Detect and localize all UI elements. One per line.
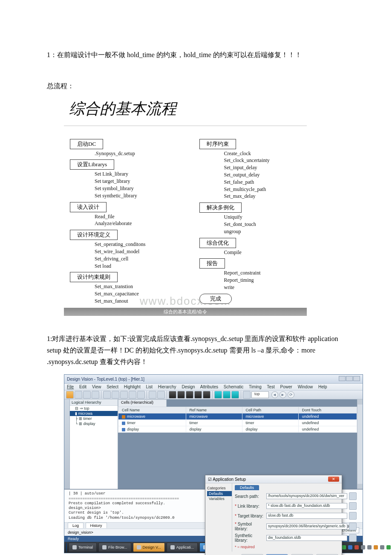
tree-row[interactable]: └ ⊞ display	[70, 421, 118, 426]
tab-history[interactable]: History	[86, 523, 107, 528]
col-refname[interactable]: Ref Name	[186, 407, 242, 413]
tool-icon[interactable]	[129, 391, 136, 399]
tray-icon[interactable]	[374, 545, 378, 549]
tool-icon[interactable]	[66, 391, 74, 399]
table-row[interactable]: display display display undefined	[118, 426, 357, 433]
tray-icon[interactable]	[380, 545, 384, 549]
task-designvision[interactable]: Design V...	[133, 543, 165, 552]
tool-icon[interactable]	[223, 391, 231, 399]
browse-icon[interactable]	[349, 502, 357, 510]
category-defaults[interactable]: Defaults	[207, 491, 232, 496]
nav-up-icon[interactable]: ⟳	[288, 391, 294, 398]
menu-hierarchy[interactable]: Hierarchy	[158, 384, 176, 389]
left-rail[interactable]	[64, 399, 70, 489]
browse-icon[interactable]	[349, 534, 357, 542]
tray-icon[interactable]	[367, 545, 372, 549]
close-icon[interactable]: ✕	[328, 477, 339, 482]
field-link-library[interactable]: * slow.db fast.db dw_foundation.sldb	[266, 503, 347, 509]
item: Analyze/elaborate	[95, 220, 181, 227]
scope-field[interactable]: top	[251, 391, 269, 398]
menu-highlight[interactable]: Highlight	[124, 384, 141, 389]
tree-row[interactable]: ├ ⊞ timer	[70, 416, 118, 421]
label-symbol-library: * Symbol library:	[235, 522, 265, 531]
menu-edit[interactable]: Edit	[79, 384, 86, 389]
tool-icon[interactable]	[92, 391, 99, 399]
col-cellname[interactable]: Cell Name	[118, 407, 186, 413]
toolbar[interactable]: top ◄ ► ⟳	[64, 390, 363, 399]
menu-design[interactable]: Design	[182, 384, 195, 389]
status-text: Ready	[68, 537, 79, 541]
flow-title: 综合的基本流程	[64, 95, 307, 126]
menu-select[interactable]: Select	[107, 384, 118, 389]
scrollbar-v[interactable]	[357, 399, 363, 489]
menu-help[interactable]: Help	[318, 384, 327, 389]
menu-test[interactable]: Test	[267, 384, 274, 389]
tool-icon[interactable]	[157, 391, 165, 399]
application-setup-dialog[interactable]: ☑ Application Setup ✕ Categories Default…	[205, 475, 342, 555]
item: Set_output_delay	[224, 171, 301, 179]
field-search-path[interactable]: /home/tools/synopsys/dc2009.06/dw/sim_ve…	[266, 493, 347, 499]
window-controls[interactable]	[338, 376, 360, 382]
browse-icon[interactable]	[349, 523, 357, 530]
cells-table[interactable]: Cell Name Ref Name Cell Path Dont Touch …	[118, 407, 357, 433]
task-filebrowser[interactable]: File Brow...	[98, 543, 131, 552]
tab-log[interactable]: Log	[68, 523, 84, 528]
hierarchy-tab[interactable]: Logical Hierarchy	[70, 399, 118, 406]
tool-icon[interactable]	[203, 391, 210, 399]
table-row[interactable]: timer timer timer undefined	[118, 420, 357, 426]
item: Create_clock	[224, 150, 301, 157]
cells-tab[interactable]: Cells (Hierarchical)	[118, 399, 167, 407]
menu-power[interactable]: Power	[280, 384, 292, 389]
tool-icon[interactable]	[214, 391, 222, 399]
menu-list[interactable]: List	[146, 384, 153, 389]
col-cellpath[interactable]: Cell Path	[242, 407, 298, 413]
menu-schematic[interactable]: Schematic	[224, 384, 244, 389]
item: Set_wire_load_model	[95, 248, 181, 255]
tool-icon[interactable]	[177, 391, 185, 399]
field-symbol-library[interactable]: synopsys/dc2009.06/libraries/syn/generic…	[266, 523, 347, 529]
tool-icon[interactable]	[75, 391, 82, 399]
task-terminal[interactable]: Terminal	[69, 543, 97, 552]
hierarchy-pane[interactable]: Logical Hierarchy ⊟ ⇒ top ▮ microwa ├ ⊞ …	[70, 399, 118, 489]
tool-icon[interactable]	[186, 391, 193, 399]
menubar[interactable]: File Edit View Select Highlight List Hie…	[64, 384, 363, 390]
browse-icon[interactable]	[349, 512, 357, 520]
browse-icon[interactable]	[349, 492, 357, 500]
tool-icon[interactable]	[243, 391, 251, 399]
tool-icon[interactable]	[194, 391, 202, 399]
menu-window[interactable]: Window	[298, 384, 313, 389]
category-variables[interactable]: Variables	[207, 496, 232, 501]
tree-row[interactable]: ⊟ ⇒ top	[70, 406, 118, 411]
menu-timing[interactable]: Timing	[249, 384, 262, 389]
field-synthetic-library[interactable]: dw_foundation.sldb	[266, 535, 347, 541]
item: Report_constraint	[224, 269, 301, 277]
start-icon[interactable]	[66, 542, 67, 552]
tool-icon[interactable]	[112, 391, 119, 399]
tool-icon[interactable]	[169, 391, 176, 399]
tool-icon[interactable]	[149, 391, 156, 399]
tool-icon[interactable]	[137, 391, 145, 399]
item: Set_clock_uncertainty	[224, 157, 301, 164]
tool-icon[interactable]	[83, 391, 91, 399]
tool-icon[interactable]	[120, 391, 128, 399]
box-constraint-rule: 设计约束规则	[70, 272, 118, 282]
field-target-library[interactable]: slow.db fast.db	[266, 513, 347, 519]
tool-icon[interactable]	[231, 391, 239, 399]
panel-tab-defaults[interactable]: Defaults	[235, 485, 259, 490]
col-donttouch[interactable]: Dont Touch	[298, 407, 357, 413]
item: Set synthetic_library	[95, 192, 181, 199]
table-row[interactable]: microwave microwave microwave undefined	[118, 413, 357, 420]
task-application[interactable]: Applicati...	[167, 543, 198, 552]
item: Uniquify	[224, 214, 301, 221]
nav-fwd-icon[interactable]: ►	[280, 391, 286, 398]
tray-icon[interactable]	[361, 545, 365, 549]
tray-icon[interactable]	[386, 545, 391, 549]
tool-icon[interactable]	[103, 391, 111, 399]
item: Set_false_path	[224, 179, 301, 186]
tree-row[interactable]: ▮ microwa	[70, 411, 118, 416]
menu-view[interactable]: View	[92, 384, 101, 389]
menu-attributes[interactable]: Attributes	[200, 384, 218, 389]
nav-back-icon[interactable]: ◄	[271, 391, 278, 398]
box-done: 完成	[199, 294, 232, 304]
menu-file[interactable]: File	[67, 384, 74, 389]
